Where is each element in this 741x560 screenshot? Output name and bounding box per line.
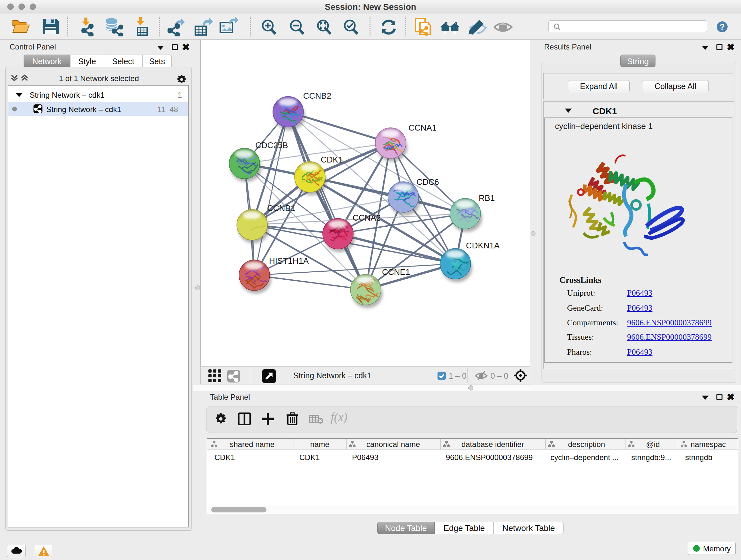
svg-text:CCNB1: CCNB1	[267, 203, 295, 213]
svg-text:CDC6: CDC6	[416, 177, 439, 187]
svg-text:CCNE1: CCNE1	[382, 267, 410, 277]
svg-text:CDC25B: CDC25B	[255, 140, 288, 150]
svg-text:CCNA1: CCNA1	[408, 123, 436, 132]
svg-text:CCNA2: CCNA2	[353, 213, 381, 223]
svg-text:CDK1: CDK1	[321, 155, 343, 165]
svg-text:CCNB2: CCNB2	[303, 91, 331, 101]
svg-text:CDKN1A: CDKN1A	[466, 241, 500, 250]
svg-text:HIST1H1A: HIST1H1A	[269, 256, 309, 266]
svg-text:RB1: RB1	[479, 193, 495, 203]
